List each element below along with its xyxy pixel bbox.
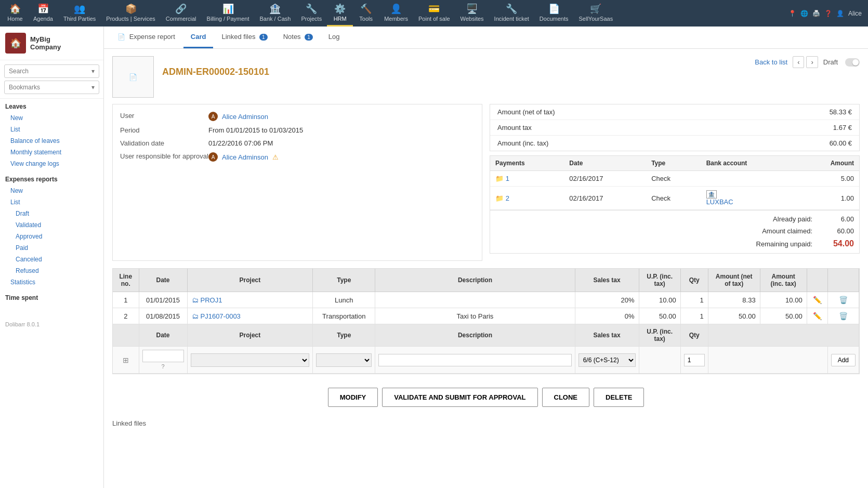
delete-icon-1[interactable]: 🗑️ — [837, 295, 849, 305]
tab-card[interactable]: Card — [183, 27, 214, 48]
line-delete-2[interactable]: 🗑️ — [827, 308, 859, 324]
sidebar-item-expenses-draft[interactable]: Draft — [5, 208, 98, 219]
draft-toggle[interactable] — [845, 58, 860, 67]
nav-tools[interactable]: 🔨 Tools — [353, 0, 379, 27]
line-inc-2: 50.00 — [760, 308, 807, 324]
line-edit-2[interactable]: ✏️ — [807, 308, 827, 324]
folder-icon-1: 📁 — [495, 175, 504, 182]
status-label: Draft — [823, 58, 838, 66]
nav-products[interactable]: 📦 Products | Services — [101, 0, 161, 27]
sidebar-item-expenses-list[interactable]: List — [5, 196, 98, 208]
add-tax-select[interactable]: 6/6 (C+S-12) — [578, 353, 636, 367]
add-col-desc: Description — [375, 324, 575, 347]
col-sales-tax: Sales tax — [575, 269, 639, 292]
add-qty-input[interactable] — [684, 354, 705, 366]
line-inc-1: 10.00 — [760, 292, 807, 308]
responsible-value[interactable]: A Alice Adminson ⚠ — [208, 152, 279, 162]
add-type-select[interactable] — [316, 353, 372, 367]
project-link-2[interactable]: 🗂 PJ1607-0003 — [192, 312, 309, 320]
edit-icon-2[interactable]: ✏️ — [811, 311, 823, 321]
clone-button[interactable]: CLONE — [542, 388, 590, 407]
modify-button[interactable]: MODIFY — [328, 388, 378, 407]
back-to-list-link[interactable]: Back to list — [755, 58, 787, 66]
sidebar-item-leaves-logs[interactable]: View change logs — [5, 158, 98, 169]
sidebar-item-expenses-new[interactable]: New — [5, 185, 98, 196]
bank-link-luxbac[interactable]: LUXBAC — [706, 198, 791, 206]
tab-linked-files[interactable]: Linked files 1 — [214, 27, 274, 48]
tab-log[interactable]: Log — [321, 27, 347, 48]
bookmarks-input[interactable]: Bookmarks ▾ — [4, 81, 99, 94]
nav-agenda[interactable]: 📅 Agenda — [28, 0, 58, 27]
nav-print-icon[interactable]: 🖨️ — [812, 10, 820, 17]
search-input[interactable]: Search ▾ — [4, 64, 99, 78]
nav-home[interactable]: 🏠 Home — [2, 0, 28, 27]
nav-globe-icon[interactable]: 🌐 — [800, 10, 808, 17]
nav-bank[interactable]: 🏦 Bank / Cash — [254, 0, 296, 27]
nav-websites[interactable]: 🖥️ Websites — [455, 0, 489, 27]
next-record-button[interactable]: › — [806, 56, 818, 68]
sidebar-item-expenses-paid[interactable]: Paid — [5, 242, 98, 254]
add-col-tax: Sales tax — [575, 324, 639, 347]
logo-text: MyBig Company — [30, 35, 61, 51]
delete-button[interactable]: DELETE — [594, 388, 644, 407]
nav-documents[interactable]: 📄 Documents — [534, 0, 574, 27]
prev-record-button[interactable]: ‹ — [793, 56, 804, 68]
sidebar-item-expenses-approved[interactable]: Approved — [5, 231, 98, 242]
payments-col-bank: Bank account — [701, 156, 796, 171]
col-line-no: Line no. — [113, 269, 139, 292]
nav-sellyoursaas[interactable]: 🛒 SellYourSaas — [574, 0, 619, 27]
sidebar-item-expenses-refused[interactable]: Refused — [5, 265, 98, 276]
payment-id-2: 📁 2 — [490, 187, 564, 210]
sidebar-item-expenses-validated[interactable]: Validated — [5, 219, 98, 231]
payment-type-1: Check — [646, 171, 701, 187]
delete-icon-2[interactable]: 🗑️ — [837, 311, 849, 321]
responsible-row: User responsible for approval A Alice Ad… — [120, 152, 475, 162]
incident-icon: 🔧 — [506, 3, 517, 15]
line-row-2: 2 01/08/2015 🗂 PJ1607-0003 Transportatio… — [113, 308, 859, 324]
nav-user-icon[interactable]: 👤 — [836, 10, 844, 17]
nav-pos[interactable]: 💳 Point of sale — [413, 0, 455, 27]
nav-commercial[interactable]: 🔗 Commercial — [161, 0, 202, 27]
inc-tax-row: Amount (inc. tax) 60.00 € — [490, 136, 859, 151]
add-button-cell: Add — [827, 347, 859, 374]
nav-hrm[interactable]: ⚙️ HRM — [327, 0, 353, 27]
nav-help-icon[interactable]: ❓ — [824, 10, 832, 17]
col-net: Amount (net of tax) — [708, 269, 760, 292]
sidebar-item-leaves-list[interactable]: List — [5, 124, 98, 135]
user-value[interactable]: A Alice Adminson — [208, 112, 268, 121]
edit-icon-1[interactable]: ✏️ — [811, 295, 823, 305]
project-link-1[interactable]: 🗂 PROJ1 — [192, 296, 309, 304]
amounts-block: Amount (net of tax) 58.33 € Amount tax 1… — [490, 104, 860, 151]
add-project-select[interactable] — [191, 353, 310, 367]
payment-link-1[interactable]: 1 — [506, 175, 509, 182]
sidebar-item-leaves-monthly[interactable]: Monthly statement — [5, 147, 98, 158]
sidebar-item-expenses-statistics[interactable]: Statistics — [5, 276, 98, 288]
nav-projects[interactable]: 🔧 Projects — [296, 0, 327, 27]
top-navigation: 🏠 Home 📅 Agenda 👥 Third Parties 📦 Produc… — [0, 0, 868, 27]
sidebar-item-leaves-new[interactable]: New — [5, 112, 98, 124]
add-date-input[interactable] — [142, 350, 184, 362]
payments-col-date: Date — [564, 156, 646, 171]
nav-billing[interactable]: 📊 Billing / Payment — [202, 0, 255, 27]
tab-expense-report[interactable]: 📄 Expense report — [110, 27, 182, 48]
line-delete-1[interactable]: 🗑️ — [827, 292, 859, 308]
warning-icon: ⚠ — [272, 153, 279, 161]
nav-members[interactable]: 👤 Members — [379, 0, 413, 27]
tab-notes[interactable]: Notes 1 — [276, 27, 320, 48]
payment-link-2[interactable]: 2 — [506, 194, 509, 202]
validate-button[interactable]: VALIDATE AND SUBMIT FOR APPROVAL — [382, 388, 537, 407]
add-desc-input[interactable] — [378, 354, 571, 366]
add-line-button[interactable]: Add — [831, 354, 856, 366]
net-of-tax-value: 58.33 € — [830, 108, 852, 116]
project-folder-icon-1: 🗂 — [192, 296, 199, 304]
websites-icon: 🖥️ — [466, 3, 478, 15]
remaining-unpaid-row: Remaining unpaid: 54.00 — [495, 237, 854, 250]
nav-incident[interactable]: 🔧 Incident ticket — [489, 0, 534, 27]
line-edit-1[interactable]: ✏️ — [807, 292, 827, 308]
tax-row: Amount tax 1.67 € — [490, 120, 859, 136]
sidebar-item-leaves-balance[interactable]: Balance of leaves — [5, 135, 98, 147]
tabs-bar: 📄 Expense report Card Linked files 1 Not… — [104, 27, 868, 49]
sidebar-item-expenses-canceled[interactable]: Canceled — [5, 254, 98, 265]
nav-third-parties[interactable]: 👥 Third Parties — [58, 0, 101, 27]
thumbnail-icon: 📄 — [129, 73, 137, 81]
